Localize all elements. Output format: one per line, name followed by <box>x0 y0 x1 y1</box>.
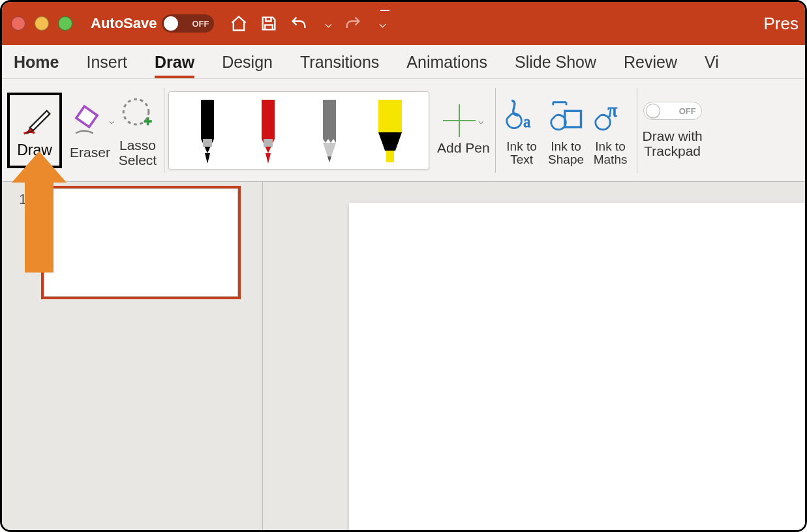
tab-transitions[interactable]: Transitions <box>300 53 379 78</box>
undo-dropdown[interactable]: ⌵ <box>325 16 332 31</box>
customize-qat-dropdown[interactable]: ⌵ <box>379 16 386 31</box>
svg-marker-12 <box>378 132 402 151</box>
tab-animations[interactable]: Animations <box>406 53 487 78</box>
trackpad-toggle[interactable]: OFF <box>643 102 702 120</box>
close-window-button[interactable] <box>11 16 25 31</box>
trackpad-toggle-knob <box>646 104 660 118</box>
slide-thumbnail-content <box>44 188 238 297</box>
annotation-arrow <box>12 151 64 273</box>
save-icon[interactable] <box>260 14 278 33</box>
ink-to-maths-button[interactable]: π Ink to Maths <box>588 92 633 169</box>
svg-rect-6 <box>264 139 273 147</box>
document-title: Pres <box>764 14 799 34</box>
lasso-select-button[interactable]: Lasso Select <box>115 90 160 170</box>
svg-marker-7 <box>266 153 271 164</box>
autosave-label: AutoSave <box>91 15 157 32</box>
ribbon-divider <box>164 88 164 173</box>
redo-icon[interactable] <box>344 14 362 33</box>
ribbon-divider <box>637 88 637 173</box>
svg-marker-10 <box>327 156 331 162</box>
svg-rect-13 <box>386 151 394 162</box>
add-pen-label: Add Pen <box>437 141 490 155</box>
autosave-control[interactable]: AutoSave OFF <box>91 14 214 33</box>
ink-to-text-icon: a <box>501 95 543 136</box>
lasso-icon <box>117 93 159 134</box>
ribbon-draw: Draw ⌵ Eraser Lasso Select <box>2 79 805 182</box>
trackpad-label: Draw with Trackpad <box>643 129 703 158</box>
eraser-label: Eraser <box>70 145 110 160</box>
pencil-gray[interactable] <box>312 100 347 165</box>
autosave-toggle[interactable]: OFF <box>162 14 214 33</box>
svg-marker-4 <box>205 153 210 164</box>
lasso-label: Lasso Select <box>119 138 157 167</box>
slide-canvas[interactable] <box>349 203 807 532</box>
slide-canvas-area <box>263 182 805 530</box>
titlebar: AutoSave OFF ⌵ ⌵ Pres <box>2 2 805 45</box>
eraser-button[interactable]: ⌵ Eraser <box>65 97 115 162</box>
home-icon[interactable] <box>230 14 248 33</box>
pen-gallery[interactable] <box>168 91 429 170</box>
tab-slideshow[interactable]: Slide Show <box>515 53 596 78</box>
tab-draw[interactable]: Draw <box>155 53 194 78</box>
ribbon-divider <box>495 88 496 173</box>
pen-black[interactable] <box>190 100 225 165</box>
svg-rect-3 <box>203 139 212 147</box>
ink-to-maths-icon: π <box>590 95 632 136</box>
trackpad-state: OFF <box>679 106 696 116</box>
autosave-state: OFF <box>192 19 209 29</box>
eraser-icon <box>66 100 108 141</box>
tab-insert[interactable]: Insert <box>86 53 127 78</box>
quick-access-toolbar: ⌵ ⌵ <box>230 14 386 33</box>
zoom-window-button[interactable] <box>58 16 72 31</box>
plus-icon <box>443 104 476 137</box>
ink-to-shape-button[interactable]: Ink to Shape <box>544 92 588 169</box>
pen-draw-icon <box>16 101 53 139</box>
svg-rect-15 <box>564 111 581 127</box>
slide-thumbnail-1[interactable] <box>41 186 241 299</box>
draw-with-trackpad-button[interactable]: OFF Draw with Trackpad <box>641 99 704 160</box>
ink-to-shape-icon <box>545 95 587 136</box>
pen-red[interactable] <box>251 100 286 165</box>
svg-rect-8 <box>323 100 336 139</box>
svg-rect-0 <box>76 107 97 128</box>
eraser-dropdown-icon[interactable]: ⌵ <box>109 115 114 126</box>
ink-to-shape-label: Ink to Shape <box>548 140 584 166</box>
tab-design[interactable]: Design <box>222 53 273 78</box>
minimize-window-button[interactable] <box>35 16 49 31</box>
add-pen-dropdown-icon[interactable]: ⌵ <box>478 115 483 126</box>
ink-to-text-button[interactable]: a Ink to Text <box>500 92 544 169</box>
ink-to-maths-label: Ink to Maths <box>594 140 628 166</box>
work-area: 1 <box>2 182 805 530</box>
ink-to-text-label: Ink to Text <box>506 140 536 166</box>
tab-review[interactable]: Review <box>624 53 677 78</box>
autosave-toggle-knob <box>164 16 178 31</box>
svg-rect-11 <box>378 100 402 132</box>
highlighter-yellow[interactable] <box>373 100 408 165</box>
undo-icon[interactable] <box>290 14 308 33</box>
ribbon-tabs: Home Insert Draw Design Transitions Anim… <box>2 45 805 79</box>
svg-text:a: a <box>523 113 530 130</box>
traffic-lights <box>11 16 72 31</box>
add-pen-button[interactable]: ⌵ Add Pen <box>436 102 491 158</box>
tab-home[interactable]: Home <box>14 53 59 78</box>
tab-view[interactable]: Vi <box>705 53 719 78</box>
